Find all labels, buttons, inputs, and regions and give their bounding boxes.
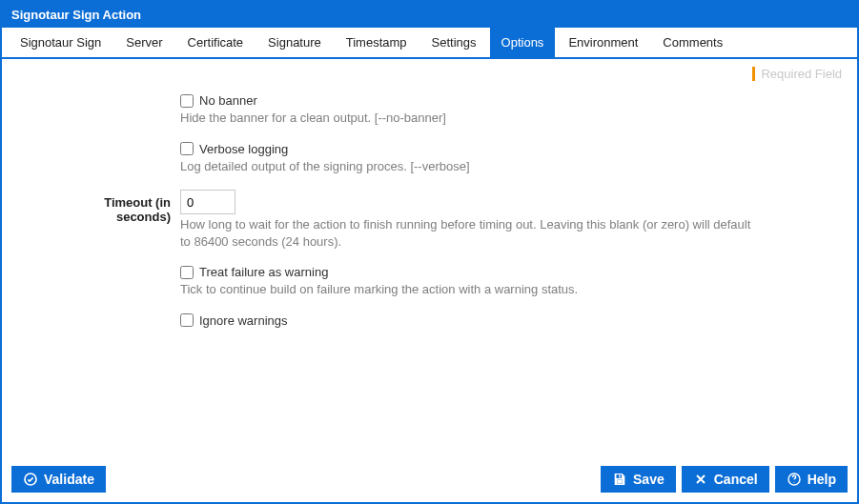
- tab-options[interactable]: Options: [490, 28, 556, 57]
- treat-failure-description: Tick to continue build on failure markin…: [180, 281, 757, 298]
- ignore-warnings-checkbox[interactable]: [180, 313, 194, 327]
- ignore-warnings-label: Ignore warnings: [199, 313, 288, 328]
- help-icon: [787, 472, 802, 487]
- tab-signotaur-sign[interactable]: Signotaur Sign: [9, 28, 112, 57]
- tab-signature[interactable]: Signature: [256, 28, 333, 57]
- dialog-footer: Validate Save Cancel Help: [2, 458, 857, 502]
- svg-rect-2: [619, 474, 620, 477]
- save-icon: [612, 472, 627, 487]
- treat-failure-checkbox[interactable]: [180, 266, 194, 279]
- tab-bar: Signotaur Sign Server Certificate Signat…: [2, 28, 857, 59]
- validate-button-label: Validate: [44, 472, 94, 487]
- svg-rect-4: [617, 480, 622, 484]
- help-button-label: Help: [808, 472, 836, 487]
- svg-point-6: [793, 482, 794, 483]
- cancel-button-label: Cancel: [714, 472, 758, 487]
- save-button[interactable]: Save: [601, 466, 676, 493]
- check-circle-icon: [23, 472, 38, 487]
- save-button-label: Save: [633, 472, 665, 487]
- timeout-label: Timeout (in seconds): [51, 190, 180, 224]
- tab-environment[interactable]: Environment: [557, 28, 649, 57]
- options-form: No banner Hide the banner for a clean ou…: [51, 93, 757, 328]
- tab-server[interactable]: Server: [114, 28, 174, 57]
- no-banner-row: No banner: [180, 93, 757, 108]
- required-field-legend: Required Field: [752, 67, 842, 81]
- no-banner-description: Hide the banner for a clean output. [--n…: [180, 110, 757, 127]
- cancel-button[interactable]: Cancel: [682, 466, 769, 493]
- verbose-row: Verbose logging: [180, 142, 757, 156]
- treat-failure-label: Treat failure as warning: [199, 265, 328, 279]
- tab-timestamp[interactable]: Timestamp: [335, 28, 419, 57]
- title-bar: Signotaur Sign Action: [2, 2, 857, 28]
- tab-settings[interactable]: Settings: [420, 28, 488, 57]
- help-button[interactable]: Help: [775, 466, 848, 493]
- tab-content: Required Field No banner Hide the banner…: [2, 59, 857, 458]
- no-banner-label: No banner: [199, 93, 257, 108]
- timeout-input[interactable]: [180, 190, 235, 214]
- window-title: Signotaur Sign Action: [11, 8, 141, 22]
- treat-failure-row: Treat failure as warning: [180, 265, 757, 279]
- close-icon: [693, 472, 708, 487]
- no-banner-checkbox[interactable]: [180, 94, 194, 108]
- tab-certificate[interactable]: Certificate: [176, 28, 256, 57]
- ignore-warnings-row: Ignore warnings: [180, 313, 757, 328]
- verbose-description: Log detailed output of the signing proce…: [180, 158, 757, 175]
- verbose-checkbox[interactable]: [180, 142, 194, 155]
- dialog-window: Signotaur Sign Action Signotaur Sign Ser…: [0, 0, 859, 504]
- verbose-label: Verbose logging: [199, 142, 288, 156]
- timeout-description: How long to wait for the action to finis…: [180, 216, 757, 250]
- tab-comments[interactable]: Comments: [651, 28, 734, 57]
- validate-button[interactable]: Validate: [11, 466, 106, 493]
